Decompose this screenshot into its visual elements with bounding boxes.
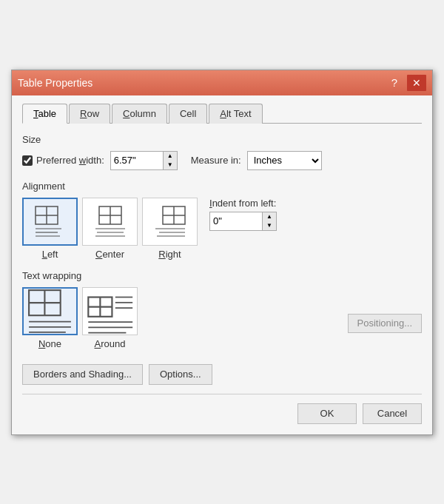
- help-button[interactable]: ?: [385, 75, 404, 91]
- alignment-content: Left: [22, 198, 422, 260]
- indent-spinner: ▲ ▼: [209, 212, 277, 231]
- indent-spin-up[interactable]: ▲: [263, 212, 276, 221]
- measure-in-label: Measure in:: [191, 155, 241, 166]
- wrap-box-none: [22, 287, 78, 335]
- preferred-width-input[interactable]: [111, 152, 163, 169]
- title-bar-left: Table Properties: [18, 77, 92, 89]
- indent-spin-down[interactable]: ▼: [263, 221, 276, 230]
- tabs-container: Table Row Column Cell Alt Text: [22, 103, 422, 124]
- preferred-width-spin-down[interactable]: ▼: [164, 161, 177, 169]
- size-section: Size Preferred width: ▲ ▼ Measure in: In…: [22, 134, 422, 170]
- indent-label: Indent from left:: [209, 198, 277, 209]
- align-left-icon: [32, 203, 69, 240]
- bottom-buttons-row: Borders and Shading... Options...: [22, 364, 422, 385]
- align-option-right[interactable]: Right: [142, 198, 198, 260]
- preferred-width-spin-up[interactable]: ▲: [164, 152, 177, 161]
- indent-spin-buttons: ▲ ▼: [262, 212, 276, 230]
- bottom-buttons-left: Borders and Shading... Options...: [22, 364, 212, 385]
- wrap-options: None: [22, 287, 138, 349]
- align-option-center[interactable]: Center: [82, 198, 138, 260]
- positioning-button[interactable]: Positioning...: [348, 314, 422, 333]
- tab-row[interactable]: Row: [69, 104, 110, 124]
- ok-button[interactable]: OK: [297, 403, 357, 424]
- ok-cancel-row: OK Cancel: [22, 394, 422, 424]
- align-right-label: Right: [158, 249, 181, 260]
- alignment-section: Alignment: [22, 181, 422, 260]
- wrap-option-none[interactable]: None: [22, 287, 78, 349]
- wrap-option-around[interactable]: Around: [82, 287, 138, 349]
- align-center-label: Center: [95, 249, 124, 260]
- alignment-section-label: Alignment: [22, 181, 422, 192]
- text-wrapping-section-label: Text wrapping: [22, 270, 422, 281]
- close-button[interactable]: ✕: [407, 75, 426, 91]
- size-row: Preferred width: ▲ ▼ Measure in: Inches …: [22, 151, 422, 170]
- wrap-around-label: Around: [95, 338, 126, 349]
- title-bar: Table Properties ? ✕: [12, 70, 432, 95]
- indent-section: Indent from left: ▲ ▼: [209, 198, 277, 231]
- preferred-width-spinner: ▲ ▼: [110, 151, 178, 170]
- wrap-none-label: None: [38, 338, 61, 349]
- align-right-icon: [152, 203, 189, 240]
- title-buttons: ? ✕: [385, 75, 426, 91]
- dialog-container: Table Properties ? ✕ Table Row Column Ce…: [11, 70, 433, 435]
- wrap-box-around: [82, 287, 138, 335]
- dialog-content: Table Row Column Cell Alt Text Size Pref…: [12, 95, 432, 434]
- dialog-title: Table Properties: [18, 77, 92, 89]
- align-option-left[interactable]: Left: [22, 198, 78, 260]
- preferred-width-checkbox[interactable]: [22, 155, 33, 166]
- wrap-none-icon: [24, 285, 76, 337]
- align-box-left: [22, 198, 78, 246]
- indent-input[interactable]: [210, 212, 262, 230]
- preferred-width-spin-buttons: ▲ ▼: [163, 152, 177, 169]
- align-options: Left: [22, 198, 198, 260]
- wrap-around-icon: [83, 284, 137, 338]
- preferred-width-label: Preferred width:: [36, 155, 104, 166]
- tab-table[interactable]: Table: [22, 104, 67, 124]
- cancel-button[interactable]: Cancel: [363, 403, 422, 424]
- tab-cell[interactable]: Cell: [169, 104, 207, 124]
- measure-in-select[interactable]: Inches Centimeters Percent: [247, 151, 322, 170]
- borders-shading-button[interactable]: Borders and Shading...: [22, 364, 143, 385]
- text-wrapping-section: Text wrapping: [22, 270, 422, 349]
- align-box-right: [142, 198, 198, 246]
- size-section-label: Size: [22, 134, 422, 145]
- align-center-icon: [92, 203, 129, 240]
- options-button[interactable]: Options...: [149, 364, 212, 385]
- preferred-width-checkbox-wrapper: Preferred width:: [22, 155, 104, 166]
- tab-column[interactable]: Column: [112, 104, 167, 124]
- tab-alt-text[interactable]: Alt Text: [209, 104, 262, 124]
- align-box-center: [82, 198, 138, 246]
- align-left-label: Left: [42, 249, 58, 260]
- wrapping-content: None: [22, 287, 422, 349]
